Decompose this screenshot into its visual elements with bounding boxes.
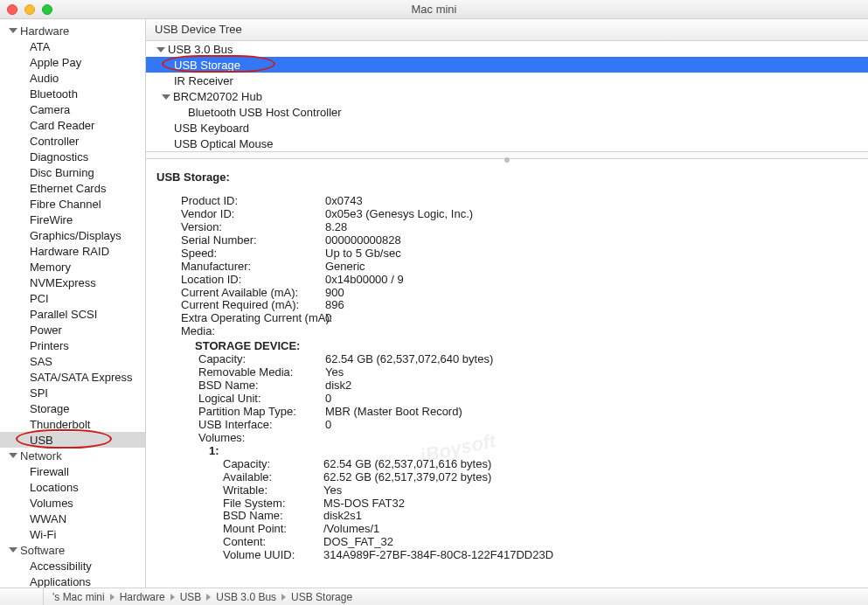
highlight-circle	[16, 429, 112, 449]
breadcrumb-segment[interactable]: USB Storage	[291, 591, 352, 603]
sidebar-item[interactable]: Graphics/Displays	[0, 227, 145, 243]
breadcrumb-segment[interactable]: USB 3.0 Bus	[216, 591, 276, 603]
sidebar-item[interactable]: Ethernet Cards	[0, 180, 145, 196]
sidebar-item[interactable]: Controller	[0, 133, 145, 149]
detail-value: 0	[325, 312, 331, 325]
detail-value: 314A989F-27BF-384F-80C8-122F417DD23D	[323, 549, 553, 562]
detail-value: 62.54 GB (62,537,071,616 bytes)	[323, 458, 491, 471]
detail-key: Current Required (mA):	[181, 299, 325, 312]
sidebar-item[interactable]: Wi-Fi	[0, 526, 145, 542]
detail-key: File System:	[223, 497, 323, 511]
detail-row: Logical Unit:0	[181, 393, 859, 406]
sidebar-item[interactable]: Card Reader	[0, 117, 145, 133]
detail-row: File System:MS-DOS FAT32	[181, 497, 859, 511]
chevron-down-icon	[9, 28, 17, 33]
sidebar[interactable]: HardwareATAApple PayAudioBluetoothCamera…	[0, 19, 146, 588]
detail-row: Current Required (mA):896	[181, 299, 859, 312]
detail-row: BSD Name:disk2s1	[181, 510, 859, 523]
sidebar-item[interactable]: Memory	[0, 259, 145, 275]
sidebar-item[interactable]: Hardware RAID	[0, 243, 145, 259]
detail-row: Capacity:62.54 GB (62,537,072,640 bytes)	[181, 353, 859, 366]
sidebar-item[interactable]: Accessibility	[0, 558, 145, 574]
tree-row-label: USB Storage	[174, 59, 240, 72]
detail-row: Current Available (mA):900	[181, 287, 859, 300]
sidebar-item[interactable]: SAS	[0, 353, 145, 369]
tree-row-label: Bluetooth USB Host Controller	[188, 106, 342, 119]
detail-value: Yes	[323, 484, 342, 497]
sidebar-item[interactable]: SATA/SATA Express	[0, 369, 145, 385]
detail-key: Serial Number:	[181, 234, 325, 247]
detail-row: Manufacturer:Generic	[181, 261, 859, 274]
detail-key: Media:	[181, 325, 325, 338]
breadcrumb-segment[interactable]: 's Mac mini	[52, 591, 105, 603]
detail-value: MBR (Master Boot Record)	[325, 406, 462, 419]
detail-row: Product ID:0x0743	[181, 195, 859, 208]
statusbar: 's Mac miniHardwareUSBUSB 3.0 BusUSB Sto…	[0, 588, 868, 605]
sidebar-item[interactable]: ATA	[0, 38, 145, 54]
breadcrumb[interactable]: 's Mac miniHardwareUSBUSB 3.0 BusUSB Sto…	[44, 591, 356, 603]
detail-key: Product ID:	[181, 195, 325, 208]
sidebar-item[interactable]: Apple Pay	[0, 54, 145, 70]
detail-row: Writable:Yes	[181, 484, 859, 497]
sidebar-item[interactable]: PCI	[0, 290, 145, 306]
volume-name: 1:	[209, 445, 859, 458]
tree-row[interactable]: USB Keyboard	[146, 120, 868, 136]
detail-row: Version:8.28	[181, 221, 859, 234]
tree-row[interactable]: BRCM20702 Hub	[146, 88, 868, 104]
sidebar-section[interactable]: Software	[0, 542, 145, 558]
detail-row: Speed:Up to 5 Gb/sec	[181, 247, 859, 261]
sidebar-item[interactable]: Disc Burning	[0, 164, 145, 180]
tree-row[interactable]: IR Receiver	[146, 73, 868, 88]
sidebar-item[interactable]: Firewall	[0, 463, 145, 479]
tree-row[interactable]: USB Optical Mouse	[146, 136, 868, 151]
detail-row: Extra Operating Current (mA):0	[181, 312, 859, 325]
sidebar-item[interactable]: NVMExpress	[0, 275, 145, 290]
sidebar-item[interactable]: Audio	[0, 70, 145, 86]
titlebar: Mac mini	[0, 0, 868, 19]
detail-key: Capacity:	[198, 353, 325, 366]
chevron-right-icon	[110, 594, 115, 601]
detail-row: Mount Point:/Volumes/1	[181, 523, 859, 536]
detail-value: /Volumes/1	[323, 523, 379, 536]
detail-key: Logical Unit:	[198, 393, 325, 406]
tree-row[interactable]: Bluetooth USB Host Controller	[146, 104, 868, 120]
sidebar-item[interactable]: Applications	[0, 574, 145, 588]
tree-row[interactable]: USB 3.0 Bus	[146, 41, 868, 57]
device-tree[interactable]: USB 3.0 BusUSB StorageIR ReceiverBRCM207…	[146, 41, 868, 152]
sidebar-item[interactable]: Volumes	[0, 495, 145, 511]
detail-key: Writable:	[223, 484, 323, 497]
split-handle[interactable]	[146, 152, 868, 159]
sidebar-item[interactable]: Bluetooth	[0, 86, 145, 101]
chevron-down-icon	[9, 547, 17, 553]
detail-row: Partition Map Type:MBR (Master Boot Reco…	[181, 406, 859, 419]
sidebar-section[interactable]: Network	[0, 448, 145, 463]
sidebar-item[interactable]: SPI	[0, 385, 145, 400]
sidebar-item[interactable]: USB	[0, 432, 145, 448]
sidebar-item[interactable]: Storage	[0, 400, 145, 416]
detail-key: Version:	[181, 221, 325, 234]
sidebar-item[interactable]: Fibre Channel	[0, 196, 145, 212]
detail-row: USB Interface:0	[181, 419, 859, 432]
sidebar-item[interactable]: Locations	[0, 479, 145, 495]
detail-value: DOS_FAT_32	[323, 536, 393, 549]
sidebar-item[interactable]: Thunderbolt	[0, 416, 145, 432]
detail-row: Volumes:	[181, 432, 859, 445]
sidebar-item[interactable]: FireWire	[0, 212, 145, 227]
sidebar-item[interactable]: Printers	[0, 337, 145, 353]
sidebar-section[interactable]: Hardware	[0, 23, 145, 38]
sidebar-item[interactable]: WWAN	[0, 511, 145, 526]
detail-row: Media:	[181, 325, 859, 338]
sidebar-item[interactable]: Diagnostics	[0, 149, 145, 164]
sidebar-item[interactable]: Power	[0, 322, 145, 337]
detail-value: 0	[325, 393, 331, 406]
sidebar-item[interactable]: Camera	[0, 101, 145, 117]
detail-key: Content:	[223, 536, 323, 549]
detail-value: 900	[325, 287, 344, 300]
tree-row[interactable]: USB Storage	[146, 57, 868, 73]
detail-row: Available:62.52 GB (62,517,379,072 bytes…	[181, 471, 859, 484]
breadcrumb-segment[interactable]: USB	[180, 591, 202, 603]
breadcrumb-segment[interactable]: Hardware	[120, 591, 165, 603]
detail-value: 0x14b00000 / 9	[325, 274, 404, 287]
detail-row: Capacity:62.54 GB (62,537,071,616 bytes)	[181, 458, 859, 471]
sidebar-item[interactable]: Parallel SCSI	[0, 306, 145, 322]
